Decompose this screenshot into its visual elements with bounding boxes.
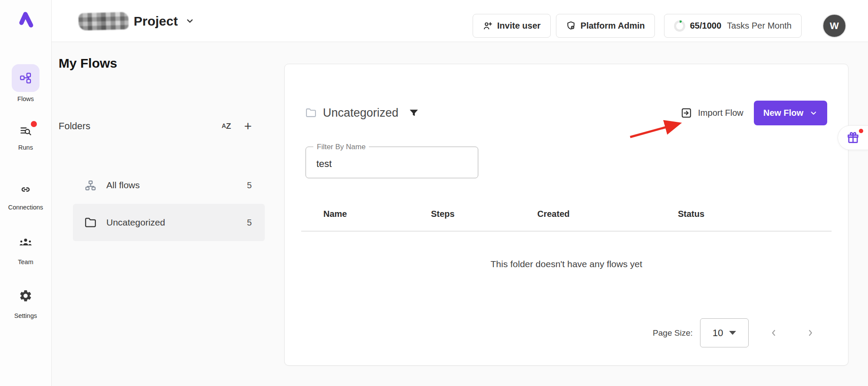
caret-down-icon [729, 331, 736, 335]
folders-header: Folders A Z + [59, 121, 252, 132]
empty-state-message: This folder doesn't have any flows yet [285, 259, 848, 269]
column-header-status: Status [678, 209, 827, 219]
panel-title-group: Uncategorized [306, 106, 681, 120]
flows-panel: Uncategorized Import Flow New Flow Filte… [284, 64, 848, 366]
new-flow-button[interactable]: New Flow [754, 101, 827, 125]
folder-list: All flows 5 Uncategorized 5 [73, 167, 265, 241]
shield-icon [566, 21, 576, 31]
invite-user-label: Invite user [497, 21, 541, 31]
topbar: Project Invite user Platform Admin 65/10… [52, 0, 868, 42]
folder-count: 5 [247, 180, 252, 190]
sort-z-glyph: Z [226, 121, 231, 131]
folder-count: 5 [247, 218, 252, 228]
table-divider [301, 231, 832, 232]
whats-new-tab[interactable] [838, 125, 868, 150]
sidebar: Flows Runs Connections [0, 0, 52, 386]
project-switcher[interactable]: Project [79, 0, 195, 42]
sidebar-item-team[interactable]: Team [0, 237, 51, 265]
team-icon [19, 237, 33, 248]
user-plus-icon [483, 21, 493, 31]
avatar-initial: W [830, 20, 839, 32]
tasks-count: 65/1000 [690, 21, 721, 31]
import-flow-label: Import Flow [698, 108, 743, 118]
tasks-usage-pill[interactable]: 65/1000 Tasks Per Month [664, 14, 802, 38]
activepieces-logo-icon [16, 10, 35, 29]
page-size-label: Page Size: [653, 328, 693, 338]
folder-icon [306, 108, 316, 118]
filter-funnel-button[interactable] [409, 108, 419, 118]
platform-admin-button[interactable]: Platform Admin [556, 14, 655, 38]
sidebar-item-flows[interactable]: Flows [0, 64, 51, 102]
redacted-project-name [78, 12, 128, 30]
folder-row-all-flows[interactable]: All flows 5 [73, 167, 265, 204]
add-folder-button[interactable]: + [244, 121, 252, 132]
column-header-name: Name [323, 209, 431, 219]
sort-az-button[interactable]: A Z [222, 121, 231, 131]
panel-title: Uncategorized [323, 106, 398, 120]
link-icon [19, 184, 32, 195]
filter-by-name-input[interactable] [306, 147, 478, 178]
tasks-progress-ring-icon [674, 20, 685, 32]
chevron-right-icon [806, 328, 815, 338]
filter-field-label: Filter By Name [313, 143, 369, 151]
gift-icon [846, 131, 860, 144]
sidebar-label-flows: Flows [17, 95, 34, 102]
import-flow-button[interactable]: Import Flow [681, 107, 743, 119]
invite-user-button[interactable]: Invite user [473, 14, 551, 38]
sidebar-label-team: Team [18, 258, 33, 265]
import-icon [681, 107, 692, 119]
chevron-down-icon [185, 16, 195, 26]
sidebar-label-runs: Runs [18, 144, 33, 151]
folder-name: All flows [106, 180, 247, 190]
logs-search-icon [19, 125, 32, 137]
next-page-button[interactable] [806, 328, 815, 338]
filter-by-name-field: Filter By Name [306, 147, 478, 178]
gift-notification-dot [859, 129, 863, 133]
project-title: Project [134, 14, 178, 29]
flows-table-header: Name Steps Created Status [323, 209, 827, 219]
folder-row-uncategorized[interactable]: Uncategorized 5 [73, 204, 265, 241]
tasks-label: Tasks Per Month [727, 21, 792, 31]
sidebar-item-settings[interactable]: Settings [0, 289, 51, 319]
runs-notification-dot [31, 121, 37, 127]
column-header-created: Created [537, 209, 678, 219]
chevron-left-icon [769, 328, 779, 338]
topbar-actions: Invite user Platform Admin 65/1000 Tasks… [473, 14, 846, 38]
user-avatar[interactable]: W [822, 14, 846, 38]
app-logo[interactable] [0, 10, 51, 29]
sidebar-item-runs[interactable]: Runs [0, 125, 51, 151]
page-title: My Flows [59, 56, 117, 71]
hierarchy-icon [85, 180, 96, 191]
folder-name: Uncategorized [106, 217, 247, 228]
page-size-value: 10 [713, 327, 723, 339]
folder-icon [85, 217, 96, 229]
gear-icon [19, 289, 33, 303]
chevron-down-icon [809, 109, 818, 117]
folders-heading: Folders [59, 121, 222, 132]
pagination: Page Size: 10 [653, 318, 815, 347]
previous-page-button[interactable] [769, 328, 779, 338]
sidebar-item-connections[interactable]: Connections [0, 184, 51, 211]
column-header-steps: Steps [431, 209, 537, 219]
sort-a-glyph: A [222, 122, 226, 129]
workflow-icon [20, 72, 32, 84]
page-size-select[interactable]: 10 [700, 318, 749, 347]
sidebar-label-connections: Connections [8, 204, 43, 211]
new-flow-label: New Flow [763, 108, 803, 118]
funnel-icon [409, 108, 419, 118]
platform-admin-label: Platform Admin [581, 21, 645, 31]
sidebar-label-settings: Settings [14, 312, 37, 319]
